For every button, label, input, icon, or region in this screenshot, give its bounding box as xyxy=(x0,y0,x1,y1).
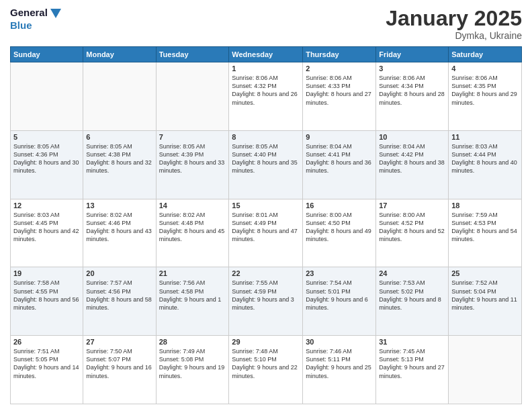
table-row: 5 Sunrise: 8:05 AMSunset: 4:36 PMDayligh… xyxy=(11,130,83,199)
calendar-week-1: 1 Sunrise: 8:06 AMSunset: 4:32 PMDayligh… xyxy=(11,62,522,131)
table-row: 27 Sunrise: 7:50 AMSunset: 5:07 PMDaylig… xyxy=(83,336,156,404)
calendar-header-row: Sunday Monday Tuesday Wednesday Thursday… xyxy=(11,47,522,62)
table-row xyxy=(11,62,83,131)
location: Dymka, Ukraine xyxy=(386,30,522,41)
table-row: 18 Sunrise: 7:59 AMSunset: 4:53 PMDaylig… xyxy=(449,199,522,267)
table-row: 15 Sunrise: 8:01 AMSunset: 4:49 PMDaylig… xyxy=(229,199,303,267)
table-row: 9 Sunrise: 8:04 AMSunset: 4:41 PMDayligh… xyxy=(303,130,376,199)
table-row xyxy=(156,62,229,131)
table-row: 2 Sunrise: 8:06 AMSunset: 4:33 PMDayligh… xyxy=(303,62,376,131)
calendar-week-5: 26 Sunrise: 7:51 AMSunset: 5:05 PMDaylig… xyxy=(11,336,522,404)
page-header: General Blue January 2025 Dymka, Ukraine xyxy=(10,7,522,41)
col-tuesday: Tuesday xyxy=(156,47,229,62)
table-row: 1 Sunrise: 8:06 AMSunset: 4:32 PMDayligh… xyxy=(229,62,303,131)
col-thursday: Thursday xyxy=(303,47,376,62)
col-wednesday: Wednesday xyxy=(229,47,303,62)
calendar-week-2: 5 Sunrise: 8:05 AMSunset: 4:36 PMDayligh… xyxy=(11,130,522,199)
table-row: 26 Sunrise: 7:51 AMSunset: 5:05 PMDaylig… xyxy=(11,336,83,404)
col-monday: Monday xyxy=(83,47,156,62)
table-row: 4 Sunrise: 8:06 AMSunset: 4:35 PMDayligh… xyxy=(449,62,522,131)
calendar-week-3: 12 Sunrise: 8:03 AMSunset: 4:45 PMDaylig… xyxy=(11,199,522,267)
table-row: 13 Sunrise: 8:02 AMSunset: 4:46 PMDaylig… xyxy=(83,199,156,267)
title-area: January 2025 Dymka, Ukraine xyxy=(386,7,522,41)
table-row: 28 Sunrise: 7:49 AMSunset: 5:08 PMDaylig… xyxy=(156,336,229,404)
col-sunday: Sunday xyxy=(11,47,83,62)
calendar-table: Sunday Monday Tuesday Wednesday Thursday… xyxy=(10,46,522,404)
table-row: 21 Sunrise: 7:56 AMSunset: 4:58 PMDaylig… xyxy=(156,267,229,336)
month-title: January 2025 xyxy=(386,7,522,30)
table-row: 6 Sunrise: 8:05 AMSunset: 4:38 PMDayligh… xyxy=(83,130,156,199)
logo: General Blue xyxy=(10,7,61,31)
table-row xyxy=(83,62,156,131)
table-row: 19 Sunrise: 7:58 AMSunset: 4:55 PMDaylig… xyxy=(11,267,83,336)
table-row: 20 Sunrise: 7:57 AMSunset: 4:56 PMDaylig… xyxy=(83,267,156,336)
table-row: 29 Sunrise: 7:48 AMSunset: 5:10 PMDaylig… xyxy=(229,336,303,404)
calendar-week-4: 19 Sunrise: 7:58 AMSunset: 4:55 PMDaylig… xyxy=(11,267,522,336)
table-row: 25 Sunrise: 7:52 AMSunset: 5:04 PMDaylig… xyxy=(449,267,522,336)
table-row: 8 Sunrise: 8:05 AMSunset: 4:40 PMDayligh… xyxy=(229,130,303,199)
table-row: 23 Sunrise: 7:54 AMSunset: 5:01 PMDaylig… xyxy=(303,267,376,336)
table-row: 16 Sunrise: 8:00 AMSunset: 4:50 PMDaylig… xyxy=(303,199,376,267)
table-row: 11 Sunrise: 8:03 AMSunset: 4:44 PMDaylig… xyxy=(449,130,522,199)
table-row: 3 Sunrise: 8:06 AMSunset: 4:34 PMDayligh… xyxy=(376,62,449,131)
table-row: 7 Sunrise: 8:05 AMSunset: 4:39 PMDayligh… xyxy=(156,130,229,199)
table-row: 31 Sunrise: 7:45 AMSunset: 5:13 PMDaylig… xyxy=(376,336,449,404)
col-saturday: Saturday xyxy=(449,47,522,62)
table-row: 22 Sunrise: 7:55 AMSunset: 4:59 PMDaylig… xyxy=(229,267,303,336)
table-row: 30 Sunrise: 7:46 AMSunset: 5:11 PMDaylig… xyxy=(303,336,376,404)
table-row: 10 Sunrise: 8:04 AMSunset: 4:42 PMDaylig… xyxy=(376,130,449,199)
svg-marker-0 xyxy=(50,9,61,18)
col-friday: Friday xyxy=(376,47,449,62)
table-row: 17 Sunrise: 8:00 AMSunset: 4:52 PMDaylig… xyxy=(376,199,449,267)
table-row: 12 Sunrise: 8:03 AMSunset: 4:45 PMDaylig… xyxy=(11,199,83,267)
table-row: 24 Sunrise: 7:53 AMSunset: 5:02 PMDaylig… xyxy=(376,267,449,336)
table-row: 14 Sunrise: 8:02 AMSunset: 4:48 PMDaylig… xyxy=(156,199,229,267)
table-row xyxy=(449,336,522,404)
